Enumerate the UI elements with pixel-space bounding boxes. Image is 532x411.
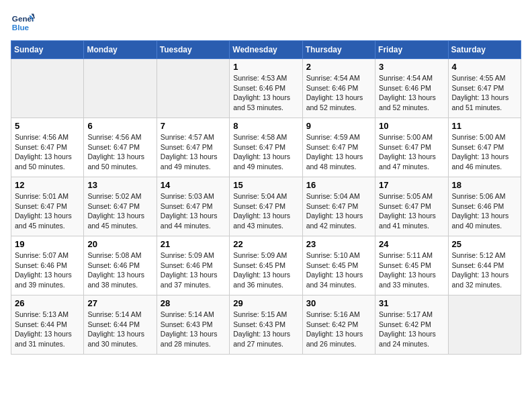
day-number: 7 [161,121,226,131]
calendar-cell: 16Sunrise: 5:04 AM Sunset: 6:47 PM Dayli… [302,177,375,236]
day-number: 15 [233,180,298,190]
day-info: Sunrise: 5:00 AM Sunset: 6:47 PM Dayligh… [379,132,444,172]
day-number: 27 [87,298,152,308]
calendar-cell: 3Sunrise: 4:54 AM Sunset: 6:46 PM Daylig… [375,59,448,118]
calendar-cell: 27Sunrise: 5:14 AM Sunset: 6:44 PM Dayli… [84,295,157,355]
day-header-wednesday: Wednesday [230,41,302,59]
calendar-cell: 15Sunrise: 5:04 AM Sunset: 6:47 PM Dayli… [230,177,302,236]
day-number: 3 [379,62,444,72]
day-info: Sunrise: 5:06 AM Sunset: 6:46 PM Dayligh… [452,191,517,231]
day-info: Sunrise: 5:09 AM Sunset: 6:45 PM Dayligh… [233,250,298,290]
day-number: 24 [379,239,444,249]
day-info: Sunrise: 5:04 AM Sunset: 6:47 PM Dayligh… [306,191,371,231]
day-info: Sunrise: 5:10 AM Sunset: 6:45 PM Dayligh… [306,250,371,290]
calendar-cell: 30Sunrise: 5:16 AM Sunset: 6:42 PM Dayli… [302,295,375,355]
day-number: 17 [379,180,444,190]
day-number: 19 [15,239,80,249]
day-info: Sunrise: 5:17 AM Sunset: 6:42 PM Dayligh… [379,310,444,349]
day-info: Sunrise: 5:03 AM Sunset: 6:47 PM Dayligh… [161,191,226,231]
day-number: 9 [306,121,371,131]
day-number: 14 [161,180,226,190]
day-info: Sunrise: 4:53 AM Sunset: 6:46 PM Dayligh… [233,73,298,113]
calendar-cell [157,59,229,118]
logo: General Blue [11,11,35,35]
day-number: 16 [306,180,371,190]
logo-icon: General Blue [11,11,35,35]
day-info: Sunrise: 5:13 AM Sunset: 6:44 PM Dayligh… [15,310,80,349]
day-number: 2 [306,62,371,72]
day-header-saturday: Saturday [448,41,521,59]
day-info: Sunrise: 5:01 AM Sunset: 6:47 PM Dayligh… [15,191,80,231]
day-info: Sunrise: 4:57 AM Sunset: 6:47 PM Dayligh… [161,132,226,172]
calendar-cell: 12Sunrise: 5:01 AM Sunset: 6:47 PM Dayli… [11,177,84,236]
calendar-cell: 14Sunrise: 5:03 AM Sunset: 6:47 PM Dayli… [157,177,229,236]
day-number: 26 [15,298,80,308]
day-number: 11 [452,121,517,131]
day-number: 23 [306,239,371,249]
day-info: Sunrise: 5:05 AM Sunset: 6:47 PM Dayligh… [379,191,444,231]
calendar-cell: 21Sunrise: 5:09 AM Sunset: 6:46 PM Dayli… [157,236,229,295]
day-info: Sunrise: 4:54 AM Sunset: 6:46 PM Dayligh… [306,73,371,113]
calendar-cell: 1Sunrise: 4:53 AM Sunset: 6:46 PM Daylig… [230,59,302,118]
day-header-friday: Friday [375,41,448,59]
calendar-cell: 24Sunrise: 5:11 AM Sunset: 6:45 PM Dayli… [375,236,448,295]
calendar-cell [84,59,157,118]
calendar-cell: 23Sunrise: 5:10 AM Sunset: 6:45 PM Dayli… [302,236,375,295]
day-number: 31 [379,298,444,308]
day-info: Sunrise: 4:56 AM Sunset: 6:47 PM Dayligh… [15,132,80,172]
day-number: 30 [306,298,371,308]
day-number: 29 [233,298,298,308]
calendar-cell: 19Sunrise: 5:07 AM Sunset: 6:46 PM Dayli… [11,236,84,295]
day-number: 4 [452,62,517,72]
day-info: Sunrise: 4:59 AM Sunset: 6:47 PM Dayligh… [306,132,371,172]
calendar-cell: 9Sunrise: 4:59 AM Sunset: 6:47 PM Daylig… [302,118,375,177]
calendar-cell: 26Sunrise: 5:13 AM Sunset: 6:44 PM Dayli… [11,295,84,355]
day-info: Sunrise: 5:11 AM Sunset: 6:45 PM Dayligh… [379,250,444,290]
day-number: 12 [15,180,80,190]
day-number: 20 [87,239,152,249]
calendar-week-row: 19Sunrise: 5:07 AM Sunset: 6:46 PM Dayli… [11,236,521,295]
day-info: Sunrise: 4:58 AM Sunset: 6:47 PM Dayligh… [233,132,298,172]
day-number: 13 [87,180,152,190]
day-number: 5 [15,121,80,131]
calendar-cell: 22Sunrise: 5:09 AM Sunset: 6:45 PM Dayli… [230,236,302,295]
calendar-cell: 28Sunrise: 5:14 AM Sunset: 6:43 PM Dayli… [157,295,229,355]
calendar-cell: 6Sunrise: 4:56 AM Sunset: 6:47 PM Daylig… [84,118,157,177]
day-number: 6 [87,121,152,131]
day-info: Sunrise: 5:14 AM Sunset: 6:43 PM Dayligh… [161,310,226,349]
day-info: Sunrise: 5:16 AM Sunset: 6:42 PM Dayligh… [306,310,371,349]
day-info: Sunrise: 5:08 AM Sunset: 6:46 PM Dayligh… [87,250,152,290]
day-info: Sunrise: 5:00 AM Sunset: 6:47 PM Dayligh… [452,132,517,172]
svg-text:Blue: Blue [12,23,30,32]
calendar-cell [448,295,521,355]
calendar-cell: 5Sunrise: 4:56 AM Sunset: 6:47 PM Daylig… [11,118,84,177]
calendar-cell: 11Sunrise: 5:00 AM Sunset: 6:47 PM Dayli… [448,118,521,177]
day-info: Sunrise: 5:02 AM Sunset: 6:47 PM Dayligh… [87,191,152,231]
day-header-sunday: Sunday [11,41,84,59]
calendar-cell: 13Sunrise: 5:02 AM Sunset: 6:47 PM Dayli… [84,177,157,236]
calendar-cell: 4Sunrise: 4:55 AM Sunset: 6:47 PM Daylig… [448,59,521,118]
calendar-cell [11,59,84,118]
day-info: Sunrise: 5:12 AM Sunset: 6:44 PM Dayligh… [452,250,517,290]
calendar-week-row: 1Sunrise: 4:53 AM Sunset: 6:46 PM Daylig… [11,59,521,118]
calendar-cell: 17Sunrise: 5:05 AM Sunset: 6:47 PM Dayli… [375,177,448,236]
day-number: 21 [161,239,226,249]
day-header-thursday: Thursday [302,41,375,59]
day-number: 28 [161,298,226,308]
day-number: 8 [233,121,298,131]
day-info: Sunrise: 4:56 AM Sunset: 6:47 PM Dayligh… [87,132,152,172]
calendar-header-row: SundayMondayTuesdayWednesdayThursdayFrid… [11,41,521,59]
calendar-cell: 25Sunrise: 5:12 AM Sunset: 6:44 PM Dayli… [448,236,521,295]
day-info: Sunrise: 5:09 AM Sunset: 6:46 PM Dayligh… [161,250,226,290]
calendar-cell: 31Sunrise: 5:17 AM Sunset: 6:42 PM Dayli… [375,295,448,355]
calendar-cell: 7Sunrise: 4:57 AM Sunset: 6:47 PM Daylig… [157,118,229,177]
calendar-week-row: 5Sunrise: 4:56 AM Sunset: 6:47 PM Daylig… [11,118,521,177]
day-info: Sunrise: 5:04 AM Sunset: 6:47 PM Dayligh… [233,191,298,231]
calendar-cell: 2Sunrise: 4:54 AM Sunset: 6:46 PM Daylig… [302,59,375,118]
day-info: Sunrise: 4:55 AM Sunset: 6:47 PM Dayligh… [452,73,517,113]
calendar-week-row: 26Sunrise: 5:13 AM Sunset: 6:44 PM Dayli… [11,295,521,355]
day-number: 22 [233,239,298,249]
day-header-monday: Monday [84,41,157,59]
day-number: 10 [379,121,444,131]
day-info: Sunrise: 5:07 AM Sunset: 6:46 PM Dayligh… [15,250,80,290]
